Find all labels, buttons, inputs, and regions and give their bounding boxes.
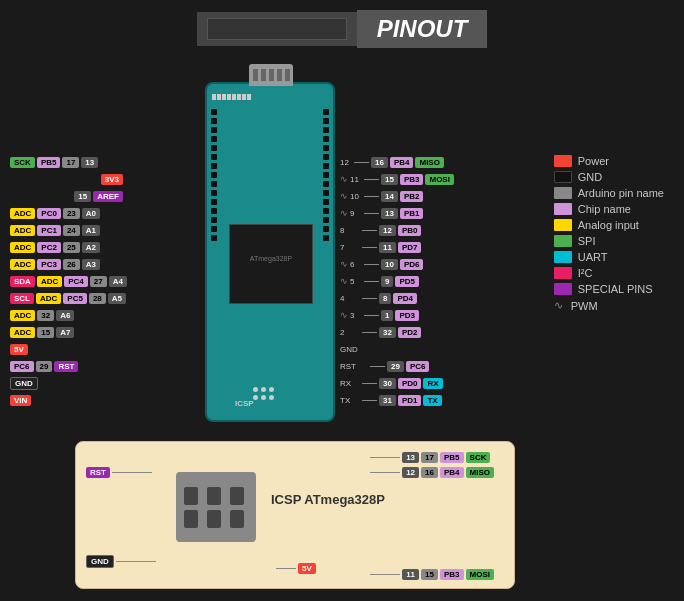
badge-pb1: PB1: [400, 208, 424, 219]
legend-color-power: [554, 155, 572, 167]
legend-label-special: SPECIAL PINS: [578, 283, 653, 295]
arduino-board: ATmega328P ICSP: [205, 82, 335, 422]
num-rst-r: RST: [340, 362, 368, 371]
pin-headers-top: [212, 94, 328, 100]
legend-item-arduino: Arduino pin name: [554, 187, 664, 199]
badge-adc-5: ADC: [36, 293, 61, 304]
icsp-badge-15: 15: [421, 569, 438, 580]
badge-pb0: PB0: [398, 225, 422, 236]
pin-row-12: 12 16 PB4 MISO: [340, 155, 454, 169]
usb-pin-5: [285, 69, 290, 81]
badge-pc2: PC2: [37, 242, 61, 253]
pin-row-tx-right: TX 31 PD1 TX: [340, 393, 454, 407]
title-area: PINOUT: [0, 10, 684, 48]
badge-a2: A2: [82, 242, 100, 253]
badge-pc6-r: PC6: [406, 361, 430, 372]
icsp-badge-12: 12: [402, 467, 419, 478]
legend-item-pwm: ∿ PWM: [554, 299, 664, 312]
badge-13-r: 13: [381, 208, 398, 219]
icsp-badge-5v: 5V: [298, 563, 316, 574]
badge-aref: AREF: [93, 191, 123, 202]
badge-31-r: 31: [379, 395, 396, 406]
badge-adc-4: ADC: [37, 276, 62, 287]
page-title: PINOUT: [377, 15, 468, 42]
badge-adc-7: ADC: [10, 327, 35, 338]
pin-row-sck: SCK PB5 17 13: [10, 155, 127, 169]
num-11: 11: [350, 175, 362, 184]
badge-15-r: 15: [381, 174, 398, 185]
num-8: 8: [340, 226, 360, 235]
icsp-gnd-row: GND: [86, 555, 156, 568]
pin-row-a2: ADC PC2 25 A2: [10, 240, 127, 254]
legend-item-gnd: GND: [554, 171, 664, 183]
badge-pd1-r: PD1: [398, 395, 422, 406]
legend-item-power: Power: [554, 155, 664, 167]
pin-row-3: ∿ 3 1 PD3: [340, 308, 454, 322]
mcu-chip: ATmega328P: [229, 224, 313, 304]
icsp-badge-rst: RST: [86, 467, 110, 478]
pin-row-rst-left: PC6 29 RST: [10, 359, 127, 373]
badge-rx-r: RX: [423, 378, 442, 389]
badge-pc1: PC1: [37, 225, 61, 236]
badge-adc-1: ADC: [10, 225, 35, 236]
pin-row-10: ∿ 10 14 PB2: [340, 189, 454, 203]
icsp-badge-pb3: PB3: [440, 569, 464, 580]
badge-pb5: PB5: [37, 157, 61, 168]
num-tx-r: TX: [340, 396, 360, 405]
badge-adc-0: ADC: [10, 208, 35, 219]
badge-8-r: 8: [379, 293, 391, 304]
legend-color-uart: [554, 251, 572, 263]
icsp-5v-row: 5V: [276, 563, 316, 574]
badge-26: 26: [63, 259, 80, 270]
badge-a7: A7: [56, 327, 74, 338]
pin-row-a4: SDA ADC PC4 27 A4: [10, 274, 127, 288]
pin-row-5: ∿ 5 9 PD5: [340, 274, 454, 288]
badge-15-a7: 15: [37, 327, 54, 338]
pwm-sym-3: ∿: [340, 310, 348, 320]
pin-row-3v3: 3V3: [10, 172, 127, 186]
pin-row-a5: SCL ADC PC5 28 A5: [10, 291, 127, 305]
legend-item-spi: SPI: [554, 235, 664, 247]
icsp-badge-mosi: MOSI: [466, 569, 494, 580]
usb-pin-1: [253, 69, 258, 81]
badge-pb3: PB3: [400, 174, 424, 185]
icsp-badge-17: 17: [421, 452, 438, 463]
badge-1-r: 1: [381, 310, 393, 321]
badge-pd7: PD7: [398, 242, 422, 253]
legend: Power GND Arduino pin name Chip name Ana…: [554, 155, 664, 312]
legend-label-gnd: GND: [578, 171, 602, 183]
badge-vin: VIN: [10, 395, 31, 406]
num-5: 5: [350, 277, 362, 286]
badge-25: 25: [63, 242, 80, 253]
num-9: 9: [350, 209, 362, 218]
icsp-badge-11: 11: [402, 569, 419, 580]
pwm-symbol-legend: ∿: [554, 299, 563, 312]
badge-pc4: PC4: [64, 276, 88, 287]
legend-color-i2c: [554, 267, 572, 279]
badge-a1: A1: [82, 225, 100, 236]
badge-10-r: 10: [381, 259, 398, 270]
icsp-top-right-pins: 13 17 PB5 SCK 12 16 PB4 MISO: [370, 452, 494, 478]
right-pin-labels: 12 16 PB4 MISO ∿ 11 15 PB3 MOSI ∿ 10 14 …: [340, 155, 454, 410]
pwm-sym-5: ∿: [340, 276, 348, 286]
left-pin-labels: SCK PB5 17 13 3V3 15 AREF ADC PC0 23 A0 …: [10, 155, 127, 410]
pin-row-gnd-left: GND: [10, 376, 127, 390]
pin-row-rst-right: RST 29 PC6: [340, 359, 454, 373]
legend-label-uart: UART: [578, 251, 608, 263]
badge-32-r: 32: [379, 327, 396, 338]
icsp-header-board: [253, 387, 274, 400]
icsp-badge-16: 16: [421, 467, 438, 478]
legend-label-analog: Analog input: [578, 219, 639, 231]
badge-14: 14: [381, 191, 398, 202]
pin-row-aref: 15 AREF: [10, 189, 127, 203]
icsp-badge-gnd: GND: [86, 555, 114, 568]
pin-row-7: 7 11 PD7: [340, 240, 454, 254]
num-2: 2: [340, 328, 360, 337]
legend-label-arduino: Arduino pin name: [578, 187, 664, 199]
badge-a5: A5: [108, 293, 126, 304]
badge-a3: A3: [82, 259, 100, 270]
badge-adc-3: ADC: [10, 259, 35, 270]
badge-28: 28: [89, 293, 106, 304]
icsp-connector-block: [176, 472, 256, 542]
badge-adc-6: ADC: [10, 310, 35, 321]
